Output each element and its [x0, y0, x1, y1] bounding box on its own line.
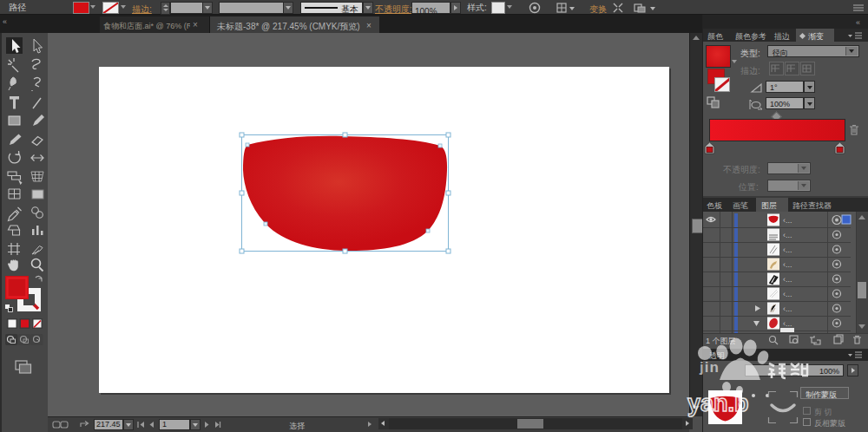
svg-text:‹...: ‹...: [783, 245, 792, 254]
svg-text:‹...: ‹...: [783, 260, 792, 269]
svg-text:‹...: ‹...: [783, 216, 792, 225]
svg-text:‹...: ‹...: [783, 231, 792, 239]
svg-text:‹...: ‹...: [783, 304, 792, 313]
svg-text:‹...: ‹...: [783, 319, 792, 328]
svg-text:‹...: ‹...: [783, 290, 792, 298]
svg-text:‹...: ‹...: [783, 275, 792, 284]
